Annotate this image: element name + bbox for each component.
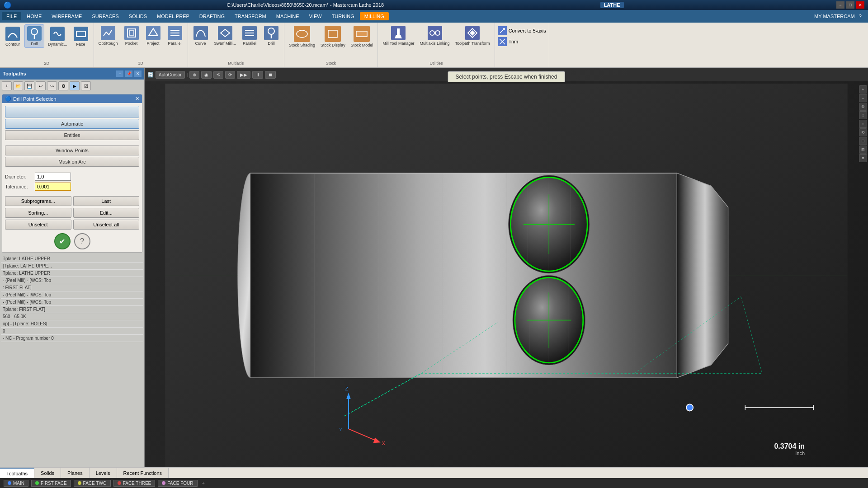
vp-toolbar-btn-1[interactable]: ⊕ [189,71,199,79]
menu-file[interactable]: FILE [2,12,21,20]
ribbon-btn-pocket[interactable]: Pocket [122,24,142,47]
ribbon-btn-project[interactable]: Project [143,24,163,47]
ribbon-btn-drill-multi[interactable]: Drill [261,24,281,47]
save-button[interactable]: 💾 [24,81,34,90]
menu-model-prep[interactable]: MODEL PREP [152,12,194,20]
tab-levels[interactable]: Levels [90,468,117,478]
edit-button[interactable]: Edit... [73,208,140,218]
rmini-btn-2[interactable]: − [859,94,867,102]
tab-solids[interactable]: Solids [34,468,61,478]
list-item[interactable]: Tplane: LATHE UPPER [1,270,143,277]
ribbon-btn-multiaxis-link[interactable]: Multiaxis Linking [418,24,452,47]
rmini-btn-7[interactable]: □ [859,137,867,145]
rmini-btn-5[interactable]: ↔ [859,120,867,128]
rmini-btn-9[interactable]: ≡ [859,154,867,162]
vp-toolbar-btn-4[interactable]: ⟳ [225,71,235,79]
list-item[interactable]: 0 [1,328,143,335]
panel-close-button[interactable]: ✕ [134,70,142,77]
vp-toolbar-btn-7[interactable]: ⏹ [265,71,276,79]
ribbon-btn-toolpath-transform[interactable]: Toolpath Transform [453,24,492,47]
vp-toolbar-btn-2[interactable]: ◉ [201,71,212,79]
list-item[interactable]: op] - [Tplane: HOLES] [1,320,143,328]
new-tp-button[interactable]: + [2,81,12,90]
select-all-button[interactable]: ☑ [81,81,91,90]
ok-button[interactable]: ✔ [54,233,71,249]
diameter-input[interactable] [35,173,71,181]
ribbon-btn-swarf[interactable]: Swarf Milli... [212,24,238,47]
plane-first-face-button[interactable]: FIRST FACE [31,480,71,487]
drill-panel-close-button[interactable]: ✕ [135,96,139,102]
ribbon-btn-stock-model[interactable]: Stock Model [349,24,375,49]
subprograms-button[interactable]: Subprograms... [5,196,71,206]
list-item[interactable]: Tplane: LATHE UPPER [1,255,143,263]
plane-face-three-button[interactable]: FACE THREE [113,480,156,487]
list-item[interactable]: [Tplane: LATHE UPPE... [1,263,143,270]
ribbon-btn-optirough[interactable]: OptiRough [97,24,120,47]
toolpaths-list[interactable]: Tplane: LATHE UPPER [Tplane: LATHE UPPE.… [0,254,144,467]
viewport[interactable]: 🔄 AutoCursor | ⊕ ◉ ⟲ ⟳ ▶▶ ⏸ ⏹ Select poi… [145,68,868,467]
list-item[interactable]: - (Peel Mill) - [WCS: Top [1,291,143,299]
ribbon-btn-stock-display[interactable]: Stock Display [319,24,347,49]
tolerance-input[interactable] [35,183,71,191]
menu-machine[interactable]: MACHINE [272,12,304,20]
tab-toolpaths[interactable]: Toolpaths [0,468,34,478]
panel-minimize-button[interactable]: − [116,70,123,77]
ribbon-btn-face[interactable]: Face [71,25,91,48]
rmini-btn-1[interactable]: + [859,85,867,94]
menu-milling[interactable]: MILLING [360,12,389,20]
plane-main-button[interactable]: MAIN [4,480,28,487]
drill-btn-mask-on-arc[interactable]: Mask on Arc [5,157,139,167]
menu-solids[interactable]: SOLIDS [124,12,151,20]
panel-pin-button[interactable]: 📌 [125,70,132,77]
ribbon-btn-stock-shading[interactable]: Stock Shading [287,24,317,49]
help-button[interactable]: ? [74,233,90,249]
autocursor-button[interactable]: AutoCursor [156,71,185,79]
list-item[interactable]: Tplane: FIRST FLAT] [1,306,143,313]
unselect-all-button[interactable]: Unselect all [73,220,140,230]
ribbon-btn-parallel[interactable]: Parallel [165,24,185,47]
maximize-button[interactable]: □ [846,1,854,9]
plane-face-four-button[interactable]: FACE FOUR [158,480,197,487]
close-button[interactable]: ✕ [856,1,864,9]
tab-planes[interactable]: Planes [61,468,90,478]
menu-home[interactable]: HOME [22,12,46,20]
ribbon-btn-mill-tool[interactable]: Mill Tool Manager [381,24,416,47]
menu-transform[interactable]: TRANSFORM [230,12,271,20]
menu-turning[interactable]: TURNING [327,12,359,20]
generate-button[interactable]: ▶ [70,81,80,90]
rmini-btn-6[interactable]: ⟲ [859,128,867,136]
rmini-btn-4[interactable]: ↕ [859,111,867,119]
list-item[interactable]: : FIRST FLAT] [1,284,143,291]
drill-btn-unnamed[interactable] [5,106,139,117]
list-item[interactable]: - (Peel Mill) - [WCS: Top [1,277,143,284]
add-plane-button[interactable]: + [202,480,205,486]
ribbon-btn-dynamic[interactable]: Dynamic... [46,25,69,48]
undo-button[interactable]: ↩ [36,81,46,90]
list-item[interactable]: - (Peel Mill) - [WCS: Top [1,299,143,306]
rmini-btn-8[interactable]: ⊞ [859,145,867,154]
rmini-btn-3[interactable]: ⊕ [859,103,867,111]
list-item[interactable]: - NC - Program number 0 [1,335,143,342]
ribbon-btn-curve[interactable]: Curve [191,24,211,47]
menu-surfaces[interactable]: SURFACES [87,12,123,20]
settings-button[interactable]: ⚙ [58,81,68,90]
redo-button[interactable]: ↪ [47,81,57,90]
vp-toolbar-btn-3[interactable]: ⟲ [213,71,223,79]
last-button[interactable]: Last [73,196,140,206]
plane-face-two-button[interactable]: FACE TWO [74,480,111,487]
menu-view[interactable]: VIEW [305,12,326,20]
menu-drafting[interactable]: DRAFTING [195,12,229,20]
vp-toolbar-btn-5[interactable]: ▶▶ [237,71,250,79]
ribbon-btn-drill[interactable]: Drill [24,24,44,48]
drill-btn-automatic[interactable]: Automatic [5,119,139,129]
drill-btn-window-points[interactable]: Window Points [5,145,139,155]
ribbon-btn-contour[interactable]: Contour [3,25,23,48]
sorting-button[interactable]: Sorting... [5,208,71,218]
tab-recent-functions[interactable]: Recent Functions [117,468,169,478]
unselect-button[interactable]: Unselect [5,220,71,230]
open-button[interactable]: 📂 [13,81,23,90]
list-item[interactable]: 560 - 65.0K [1,313,143,320]
vp-toolbar-btn-6[interactable]: ⏸ [252,71,263,79]
minimize-button[interactable]: − [836,1,844,9]
menu-wireframe[interactable]: WIREFRAME [47,12,86,20]
